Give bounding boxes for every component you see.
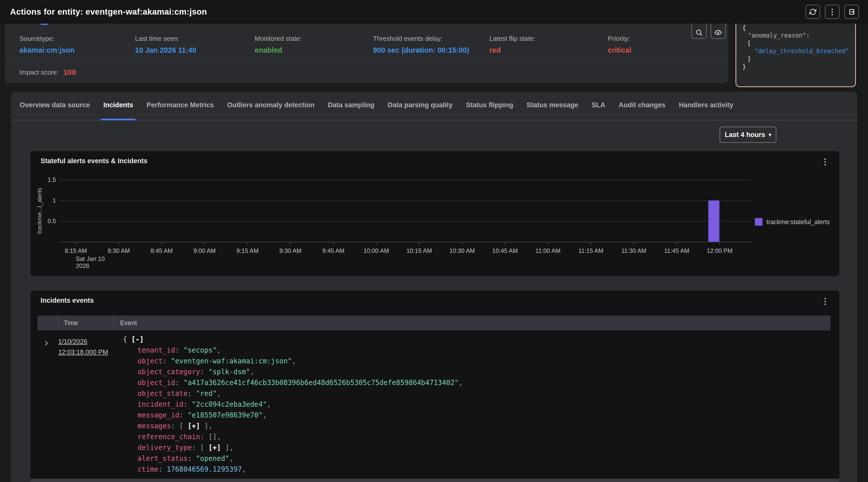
field-value: critical [608,46,631,54]
refresh-icon [809,8,816,15]
tab-audit-changes[interactable]: Audit changes [619,101,665,120]
tab-overview-data-source[interactable]: Overview data source [20,101,90,120]
chart-legend: trackme:stateful_alerts [755,218,830,226]
collapse-toggle[interactable]: [-] [131,335,144,343]
time-range-button[interactable]: Last 4 hours ▾ [720,127,776,143]
window-header: Actions for entity: eventgen-waf:akamai:… [0,0,868,24]
main-content-card: Overview data sourceIncidentsPerformance… [11,92,858,482]
caret-down-icon: ▾ [769,132,771,138]
row-expand-chevron[interactable] [43,340,50,347]
event-json-line: { [-] [123,334,463,345]
event-json-line: delivery_type: [ [+] ], [123,442,463,453]
x-tick-label: 10:00 AM [355,247,398,254]
field-label: Priority: [608,35,631,42]
tab-data-sampling[interactable]: Data sampling [328,101,374,120]
bar-chart: 0.511.5trackme...l_alerts8:15 AM8:30 AM8… [30,151,839,276]
entity-field-latest-flip-state: Latest flip state:red [489,35,535,54]
tab-status-flipping[interactable]: Status flipping [466,101,513,120]
exit-icon [848,8,855,15]
x-tick-mark [591,242,591,245]
page: {"anomaly_reason":["delay_threshold_brea… [0,0,868,482]
impact-score-value: 100 [63,68,76,76]
entity-summary-panel: Sourcetype:akamai:cm:jsonLast time seen:… [5,24,728,83]
x-axis-date-label: 2026 [76,262,89,269]
x-tick-label: 9:45 AM [312,247,355,254]
x-tick-label: 11:45 AM [655,247,698,254]
horizontal-scrollbar[interactable] [30,479,839,482]
tab-outliers-anomaly-detection[interactable]: Outliers anomaly detection [227,101,315,120]
event-time-clock-link[interactable]: 12:03:18.000 PM [58,348,108,356]
field-label: Threshold events delay: [373,35,469,42]
x-tick-label: 12:00 PM [698,247,741,254]
tab-sla[interactable]: SLA [592,101,605,120]
incidents-events-panel: Incidents events ⋮ Time Event 1/10/2026 … [30,291,839,482]
anomaly-json: {"anomaly_reason":["delay_threshold_brea… [742,24,849,71]
x-tick-mark [505,242,505,245]
event-json-line: object: "eventgen-waf:akamai:cm:json", [123,356,463,366]
tab-performance-metrics[interactable]: Performance Metrics [147,101,214,120]
stateful-alerts-chart-panel: Stateful alerts events & Incidents ⋮ 0.5… [30,151,839,276]
monitored-eye-button[interactable] [711,24,726,39]
field-value: 900 sec (duration: 00:15:00) [373,46,469,54]
x-tick-label: 8:45 AM [140,247,183,254]
x-tick-label: 8:30 AM [97,247,140,254]
event-json-cell: { [-]tenant_id: "secops",object: "eventg… [123,334,463,475]
event-json-line: reference_chain: [], [123,431,463,442]
x-tick-label: 10:45 AM [484,247,526,254]
expand-toggle[interactable]: [+] [208,444,221,452]
event-json-line: object_id: "a417a3626ce41cf46cb33b08396b… [123,377,463,388]
tab-handlers-activity[interactable]: Handlers activity [679,101,733,120]
entity-field-priority: Priority:critical [608,35,631,54]
x-tick-label: 11:30 AM [612,247,655,254]
event-json-line: alert_status: "opened", [123,453,463,464]
events-table-header: Time Event [37,316,831,330]
impact-score-row: Impact score: 100 [20,68,76,76]
x-tick-label: 10:30 AM [441,247,484,254]
event-time-cell: 1/10/2026 12:03:18.000 PM [58,336,108,357]
field-value: red [489,46,535,54]
anomaly-json-line: } [742,63,849,71]
refresh-button[interactable] [806,5,820,19]
anomaly-json-line: [ [742,39,849,47]
field-label: Sourcetype: [20,35,74,42]
tab-incidents[interactable]: Incidents [103,101,133,120]
x-tick-mark [75,242,76,245]
more-options-button[interactable]: ⋮ [825,5,840,19]
field-value: akamai:cm:json [20,46,74,54]
gridline [59,221,751,222]
search-button[interactable] [691,24,707,39]
event-json-line: tenant_id: "secops", [123,345,463,356]
field-label: Latest flip state: [489,35,535,42]
x-axis-date-label: Sat Jan 10 [76,255,105,262]
tab-status-message[interactable]: Status message [526,101,578,120]
x-tick-mark [204,242,205,245]
x-tick-mark [633,242,634,245]
column-time: Time [58,316,114,330]
incidents-panel-menu-button[interactable]: ⋮ [821,297,829,305]
gridline [59,200,751,201]
expand-toggle[interactable]: [+] [188,422,200,430]
impact-score-label: Impact score: [20,68,59,76]
x-tick-mark [118,242,119,245]
event-json-line: object_state: "red", [123,388,463,399]
event-time-date-link[interactable]: 1/10/2026 [58,338,87,345]
exit-button[interactable] [844,5,859,19]
event-json-line: ctime: 1768046569.1295397, [123,464,463,475]
anomaly-json-line: { [742,24,849,32]
field-value: 10 Jan 2026 11:40 [135,46,196,54]
x-tick-mark [333,242,334,245]
eye-check-icon [714,29,722,36]
entity-field-last-time-seen: Last time seen:10 Jan 2026 11:40 [135,35,196,54]
x-tick-mark [677,242,677,245]
event-json-line: message_id: "e185507e98639e70", [123,410,463,421]
legend-swatch [755,218,763,226]
x-tick-mark [376,242,377,245]
y-tick-label: 1.5 [32,176,56,183]
x-tick-mark [462,242,462,245]
tab-data-parsing-quality[interactable]: Data parsing quality [388,101,453,120]
field-label: Monitored state: [255,35,302,42]
x-tick-label: 11:15 AM [569,247,612,254]
scrollbar-gutter[interactable] [858,24,858,482]
x-axis-line [59,242,751,242]
entity-field-monitored-state: Monitored state:enabled [255,35,302,54]
